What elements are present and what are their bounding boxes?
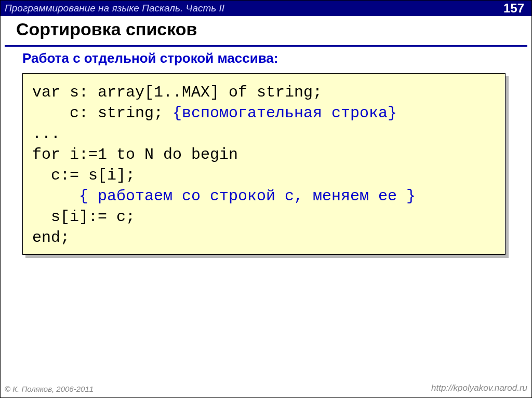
footer-url: http://kpolyakov.narod.ru <box>431 383 527 393</box>
code-block: var s: array[1..MAX] of string; c: strin… <box>22 73 506 255</box>
top-bar-title: Программирование на языке Паскаль. Часть… <box>5 3 224 14</box>
code-line-5: c:= s[i]; <box>32 167 135 184</box>
page-title: Сортировка списков <box>16 19 197 39</box>
footer: © К. Поляков, 2006-2011 http://kpolyakov… <box>5 383 527 393</box>
code-line-2-comment: {вспомогательная строка} <box>172 104 397 122</box>
code-line-7: s[i]:= c; <box>32 208 135 226</box>
code-line-3: ... <box>32 125 60 143</box>
title-underline <box>5 45 527 47</box>
code-line-1: var s: array[1..MAX] of string; <box>32 84 322 101</box>
slide-frame: Программирование на языке Паскаль. Часть… <box>0 0 532 398</box>
code-line-8: end; <box>32 229 70 246</box>
top-bar: Программирование на языке Паскаль. Часть… <box>1 1 531 16</box>
code-line-6-comment: { работаем со строкой c, меняем ее } <box>79 187 416 205</box>
code-line-2a: c: string; <box>32 104 172 122</box>
code-line-6a <box>32 187 79 205</box>
sub-heading: Работа с отдельной строкой массива: <box>22 50 278 66</box>
footer-copyright: © К. Поляков, 2006-2011 <box>5 385 94 393</box>
page-number: 157 <box>503 1 524 16</box>
code-line-4: for i:=1 to N do begin <box>32 146 238 163</box>
